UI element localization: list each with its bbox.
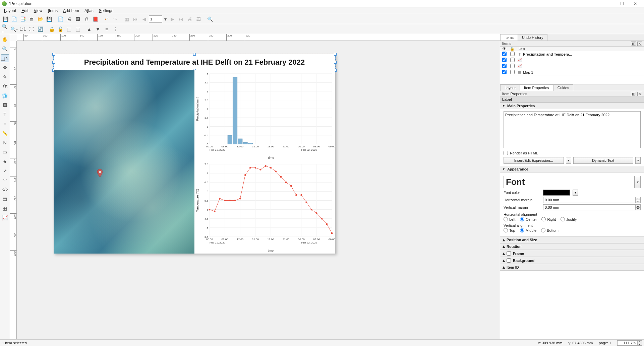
spin-up[interactable]: ▲: [635, 197, 641, 200]
save-template-icon[interactable]: 💾: [45, 15, 53, 23]
zoom-icon[interactable]: 🔍: [1, 45, 9, 53]
menu-add-item[interactable]: Add Item: [60, 8, 82, 14]
font-color-swatch[interactable]: [543, 190, 570, 196]
canvas-viewport[interactable]: Precipitation and Temperature at IHE Del…: [17, 41, 500, 339]
spin-down[interactable]: ▼: [635, 200, 641, 203]
add-nodeitem-icon[interactable]: 〰: [1, 176, 9, 184]
item-lock-checkbox[interactable]: [510, 64, 515, 68]
hmargin-input[interactable]: [543, 197, 635, 203]
label-item-selected[interactable]: Precipitation and Temperature at IHE Del…: [54, 54, 335, 70]
group-icon[interactable]: ⬚: [65, 25, 73, 33]
redo-icon[interactable]: ↷: [111, 15, 119, 23]
items-row[interactable]: 📈: [500, 63, 644, 69]
menu-items[interactable]: Items: [45, 8, 60, 14]
duplicate-icon[interactable]: 📑: [19, 15, 27, 23]
atlas-last-icon[interactable]: ⏭: [177, 15, 185, 23]
section-rotation[interactable]: ▶Rotation: [500, 243, 644, 250]
section-position-and-size[interactable]: ▶Position and Size: [500, 236, 644, 243]
tab-layout[interactable]: Layout: [500, 84, 520, 91]
dock-float-icon[interactable]: ◧: [631, 92, 636, 96]
export-pdf-icon[interactable]: 📕: [91, 15, 99, 23]
font-button[interactable]: Font: [504, 176, 635, 188]
items-row[interactable]: T Precipitation and Tempera...: [500, 51, 644, 57]
menu-edit[interactable]: Edit: [19, 8, 31, 14]
zoom-in-icon[interactable]: 🔍+: [1, 25, 9, 33]
add-plot-icon[interactable]: 📈: [1, 214, 9, 222]
select-icon[interactable]: ⬚↖: [1, 54, 9, 62]
valign-option-bottom[interactable]: Bottom: [541, 228, 559, 232]
add-3dmap-icon[interactable]: 🧊: [1, 92, 9, 100]
item-visible-checkbox[interactable]: [502, 58, 507, 62]
halign-option-left[interactable]: Left: [504, 217, 515, 221]
layout-page[interactable]: Precipitation and Temperature at IHE Del…: [54, 54, 335, 254]
section-item-id[interactable]: ▶Item ID: [500, 264, 644, 271]
render-html-checkbox[interactable]: [504, 151, 508, 155]
spin-down[interactable]: ▼: [635, 207, 641, 210]
valign-option-middle[interactable]: Middle: [520, 228, 536, 232]
map-item[interactable]: [54, 70, 194, 254]
unlock-icon[interactable]: 🔓: [56, 25, 64, 33]
menu-view[interactable]: View: [31, 8, 45, 14]
spin-up[interactable]: ▲: [635, 204, 641, 207]
add-scalebar-icon[interactable]: 📏: [1, 129, 9, 137]
halign-option-justify[interactable]: Justify: [561, 217, 577, 221]
resize-handle[interactable]: [334, 53, 337, 56]
dock-close-icon[interactable]: ✕: [637, 92, 642, 96]
items-row[interactable]: ▦ Map 1: [500, 69, 644, 75]
font-color-dd[interactable]: ▾: [573, 190, 578, 196]
edit-nodes-icon[interactable]: ✎: [1, 73, 9, 81]
items-list[interactable]: 👁 🔒 Item T Precipitation and Tempera... …: [500, 47, 644, 84]
tab-guides[interactable]: Guides: [553, 84, 574, 91]
dock-float-icon[interactable]: ◧: [631, 42, 636, 46]
resize-handle[interactable]: [52, 53, 55, 56]
ungroup-icon[interactable]: ⬚: [74, 25, 82, 33]
item-lock-checkbox[interactable]: [510, 58, 515, 62]
maximize-button[interactable]: ☐: [615, 1, 629, 6]
zoom-input[interactable]: [617, 340, 637, 346]
atlas-print-icon[interactable]: 🖨: [186, 15, 194, 23]
halign-option-right[interactable]: Right: [541, 217, 556, 221]
delete-layout-icon[interactable]: 🗑: [27, 15, 36, 23]
zoom-up[interactable]: ▲: [637, 340, 642, 343]
add-table-icon[interactable]: ▤: [1, 195, 9, 203]
add-shape-icon[interactable]: ▭: [1, 148, 9, 156]
resize-handle[interactable]: [52, 61, 55, 64]
new-layout-icon[interactable]: 📄: [10, 15, 18, 23]
undo-icon[interactable]: ↶: [103, 15, 111, 23]
open-icon[interactable]: 📂: [36, 15, 44, 23]
item-visible-checkbox[interactable]: [502, 64, 507, 68]
add-page-icon[interactable]: 📄: [56, 15, 64, 23]
label-text-input[interactable]: [504, 111, 641, 148]
atlas-page-dd[interactable]: ▾: [163, 15, 168, 23]
zoom-down[interactable]: ▼: [637, 343, 642, 346]
item-visible-checkbox[interactable]: [502, 70, 507, 74]
atlas-page-input[interactable]: [149, 15, 162, 23]
item-visible-checkbox[interactable]: [502, 52, 507, 56]
items-row[interactable]: 📈: [500, 57, 644, 63]
section-background[interactable]: ▶Background: [500, 257, 644, 264]
dynamic-text-dd[interactable]: ▾: [635, 157, 641, 164]
resize-handle[interactable]: [193, 53, 196, 56]
move-content-icon[interactable]: ✥: [1, 64, 9, 72]
section-frame[interactable]: ▶Frame: [500, 250, 644, 257]
zoom-out-icon[interactable]: 🔍-: [10, 25, 18, 33]
preview-atlas-icon[interactable]: 🔍: [206, 15, 214, 23]
add-label-icon[interactable]: T: [1, 111, 9, 119]
atlas-export-icon[interactable]: 🖼: [194, 15, 202, 23]
vmargin-input[interactable]: [543, 204, 635, 210]
add-marker-icon[interactable]: ★: [1, 157, 9, 165]
close-button[interactable]: ✕: [629, 1, 642, 6]
plot-item-temperature[interactable]: 3.544.555.566.577.506:00Feb 21, 202209:0…: [194, 161, 335, 254]
lock-icon[interactable]: 🔒: [48, 25, 56, 33]
canvas[interactable]: 80100120140160180200220240260280300320 0…: [10, 34, 500, 339]
distribute-icon[interactable]: ⋮: [111, 25, 119, 33]
tab-item-properties[interactable]: Item Properties: [520, 84, 553, 91]
zoom-actual-icon[interactable]: 1:1: [19, 25, 27, 33]
font-dd[interactable]: ▾: [635, 176, 641, 188]
add-northarrow-icon[interactable]: N: [1, 139, 9, 147]
add-picture-icon[interactable]: 🖼: [1, 101, 9, 109]
atlas-first-icon[interactable]: ⏮: [131, 15, 139, 23]
add-legend-icon[interactable]: ≡: [1, 120, 9, 128]
tab-undo-history[interactable]: Undo History: [518, 34, 548, 41]
atlas-toggle-icon[interactable]: ▦: [123, 15, 131, 23]
